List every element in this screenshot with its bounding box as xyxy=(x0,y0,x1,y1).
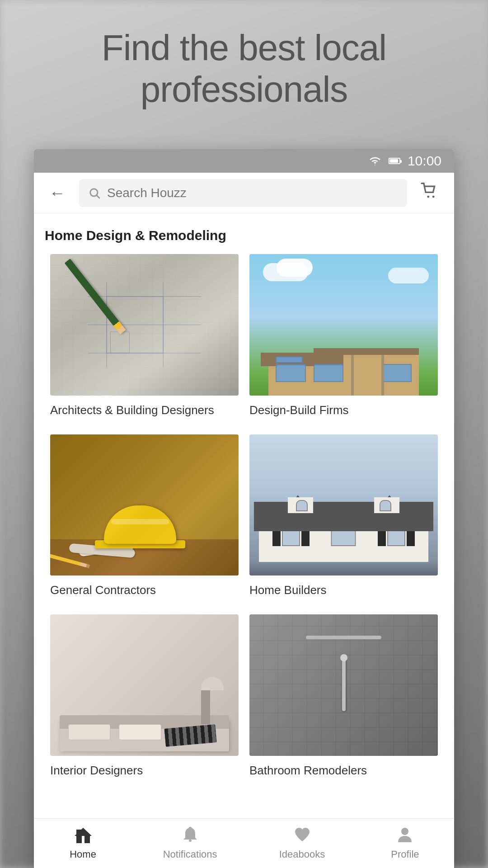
svg-point-2 xyxy=(427,196,429,198)
category-label-architects: Architects & Building Designers xyxy=(50,403,239,418)
main-content: Home Design & Remodeling xyxy=(34,213,454,818)
tab-notifications[interactable]: Notifications xyxy=(154,823,226,864)
tab-bar: Home Notifications Ideabooks xyxy=(34,818,454,868)
tab-profile[interactable]: Profile xyxy=(378,823,432,864)
section-title: Home Design & Remodeling xyxy=(34,213,454,254)
battery-icon xyxy=(389,158,400,164)
search-icon xyxy=(88,187,101,199)
bell-icon xyxy=(183,827,198,846)
wifi-icon xyxy=(369,156,381,166)
category-item-contractors[interactable]: General Contractors xyxy=(45,434,244,615)
navigation-bar: ← xyxy=(34,173,454,213)
hero-title: Find the best local professionals xyxy=(27,27,461,110)
tab-ideabooks-label: Ideabooks xyxy=(279,849,325,860)
svg-rect-14 xyxy=(84,835,90,843)
category-label-contractors: General Contractors xyxy=(50,583,239,598)
category-item-interior[interactable]: Interior Designers xyxy=(45,614,244,795)
category-label-interior: Interior Designers xyxy=(50,763,239,778)
svg-line-1 xyxy=(97,195,99,198)
svg-rect-12 xyxy=(76,835,82,843)
hero-section: Find the best local professionals xyxy=(0,27,488,110)
category-image-homebuilders xyxy=(249,434,438,576)
category-image-interior xyxy=(50,614,239,756)
heart-icon xyxy=(294,827,311,846)
search-input[interactable] xyxy=(107,186,398,200)
category-image-bathroom xyxy=(249,614,438,756)
category-label-design-build: Design-Build Firms xyxy=(249,403,438,418)
category-item-homebuilders[interactable]: Home Builders xyxy=(244,434,443,615)
tab-home[interactable]: Home xyxy=(56,823,110,864)
svg-rect-16 xyxy=(189,840,192,842)
tab-ideabooks[interactable]: Ideabooks xyxy=(270,823,334,864)
svg-point-0 xyxy=(90,189,98,196)
status-bar: 10:00 xyxy=(34,149,454,173)
cart-icon[interactable] xyxy=(416,178,443,208)
category-label-bathroom: Bathroom Remodelers xyxy=(249,763,438,778)
back-button[interactable]: ← xyxy=(45,180,70,206)
svg-rect-17 xyxy=(189,827,192,829)
category-image-architects xyxy=(50,254,239,396)
tab-home-label: Home xyxy=(70,849,96,860)
home-icon xyxy=(75,827,92,846)
person-icon xyxy=(397,827,413,846)
category-item-design-build[interactable]: Design-Build Firms xyxy=(244,254,443,434)
status-time: 10:00 xyxy=(408,153,441,169)
tab-notifications-label: Notifications xyxy=(163,849,217,860)
category-label-homebuilders: Home Builders xyxy=(249,583,438,598)
search-bar[interactable] xyxy=(79,179,407,207)
category-image-design-build xyxy=(249,254,438,396)
svg-point-3 xyxy=(432,196,435,198)
category-item-architects[interactable]: Architects & Building Designers xyxy=(45,254,244,434)
svg-point-18 xyxy=(401,828,408,835)
tab-profile-label: Profile xyxy=(391,849,419,860)
category-grid: Architects & Building Designers xyxy=(34,254,454,795)
phone-card: 10:00 ← Home Design & Remodeling xyxy=(34,149,454,868)
category-item-bathroom[interactable]: Bathroom Remodelers xyxy=(244,614,443,795)
category-image-contractors xyxy=(50,434,239,576)
